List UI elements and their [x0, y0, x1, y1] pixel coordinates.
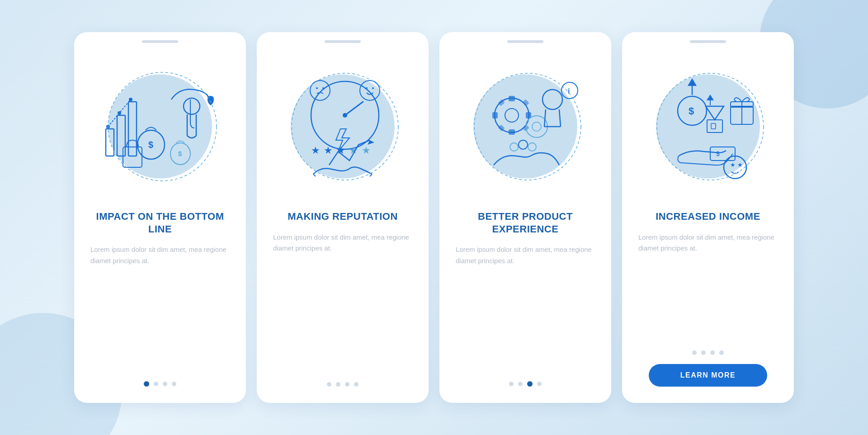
svg-text:$: $ [178, 150, 182, 157]
dot-3 [163, 382, 167, 386]
dot-r1 [327, 382, 331, 387]
svg-rect-55 [707, 120, 722, 132]
dot-r2 [336, 382, 340, 387]
svg-point-46 [519, 140, 528, 149]
dot-i1 [692, 350, 697, 355]
dot-e2 [518, 382, 523, 386]
card-experience-content: BETTER PRODUCT EXPERIENCE Lorem ipsum do… [439, 206, 611, 387]
svg-text:★: ★ [362, 145, 371, 156]
card-impact-content: IMPACT ON THE BOTTOM LINE Lorem ipsum do… [74, 206, 246, 387]
dot-i4 [719, 350, 724, 355]
svg-point-19 [366, 87, 368, 89]
card-experience: i BETTER PRODUCT EXPERIENCE Lorem ipsum … [439, 32, 611, 403]
card-income-dots [692, 343, 724, 355]
svg-point-42 [532, 122, 541, 131]
svg-rect-38 [522, 99, 529, 106]
svg-point-30 [292, 73, 398, 180]
dot-4 [172, 382, 176, 386]
svg-point-15 [310, 80, 330, 100]
svg-point-16 [316, 87, 318, 89]
illustration-experience: i [439, 43, 611, 206]
svg-point-10 [184, 98, 200, 114]
svg-text:★ ★: ★ ★ [730, 161, 743, 168]
svg-point-41 [526, 116, 547, 137]
svg-text:$: $ [689, 105, 694, 117]
card-reputation-dots [327, 375, 359, 387]
card-reputation-desc: Lorem ipsum dolor sit dim amet, mea regi… [273, 232, 412, 255]
illustration-impact: $ $ [74, 43, 246, 206]
card-reputation: ★ ★ ★ ★ ★ MAKING REPUTATION Lorem ipsum … [257, 32, 429, 403]
svg-rect-34 [509, 129, 515, 135]
dot-i3 [710, 350, 715, 355]
svg-marker-54 [706, 106, 724, 120]
dot-2 [154, 382, 158, 386]
svg-point-13 [108, 72, 217, 181]
svg-marker-58 [707, 95, 714, 100]
svg-text:$: $ [716, 150, 720, 157]
svg-point-66 [657, 73, 764, 180]
svg-text:★: ★ [311, 145, 320, 156]
svg-point-47 [510, 143, 518, 151]
svg-point-32 [505, 109, 519, 122]
card-impact-title: IMPACT ON THE BOTTOM LINE [90, 210, 230, 235]
card-experience-dots [509, 374, 542, 387]
svg-point-17 [322, 87, 324, 89]
svg-rect-2 [128, 102, 137, 156]
svg-text:$: $ [148, 140, 153, 150]
svg-rect-62 [710, 147, 735, 161]
svg-rect-1 [117, 115, 125, 156]
dot-r4 [354, 382, 359, 387]
card-reputation-content: MAKING REPUTATION Lorem ipsum dolor sit … [257, 206, 429, 387]
svg-point-43 [542, 90, 562, 109]
svg-rect-35 [492, 112, 498, 118]
svg-rect-12 [123, 147, 142, 167]
learn-more-button[interactable]: LEARN MORE [649, 364, 767, 387]
dot-i2 [701, 350, 706, 355]
svg-point-22 [343, 113, 347, 118]
card-impact-dots [144, 374, 176, 387]
card-income-title: INCREASED INCOME [656, 210, 760, 223]
cards-container: $ $ IMPACT ON TH [56, 14, 812, 421]
svg-text:★: ★ [324, 145, 333, 156]
card-experience-desc: Lorem ipsum dolor sit dim amet, mea regi… [456, 244, 595, 267]
card-impact-desc: Lorem ipsum dolor sit dim amet, mea regi… [90, 244, 230, 267]
illustration-reputation: ★ ★ ★ ★ ★ [257, 43, 429, 206]
dot-e4 [537, 382, 542, 386]
card-income: $ $ [622, 32, 794, 403]
illustration-income: $ $ [622, 43, 794, 206]
svg-marker-53 [688, 78, 697, 86]
svg-rect-33 [509, 96, 515, 101]
svg-rect-0 [106, 129, 114, 156]
svg-point-48 [528, 143, 536, 151]
dot-e3 [527, 381, 533, 387]
card-impact: $ $ IMPACT ON TH [74, 32, 246, 403]
card-income-desc: Lorem ipsum dolor sit dim amet, mea regi… [638, 232, 778, 255]
card-income-content: INCREASED INCOME Lorem ipsum dolor sit d… [622, 206, 794, 387]
dot-r3 [345, 382, 349, 387]
card-experience-title: BETTER PRODUCT EXPERIENCE [456, 210, 595, 235]
card-reputation-title: MAKING REPUTATION [288, 210, 398, 223]
dot-1 [144, 381, 149, 387]
dot-e1 [509, 382, 514, 386]
svg-rect-56 [711, 123, 716, 129]
svg-line-21 [345, 102, 363, 115]
svg-point-20 [372, 87, 374, 89]
